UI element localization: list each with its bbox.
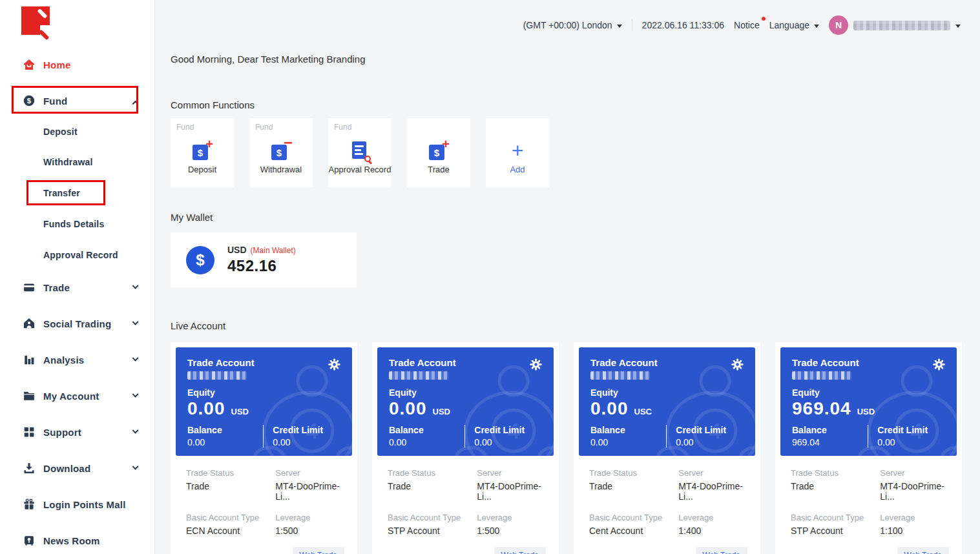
basic-account-type-label: Basic Account Type bbox=[791, 513, 880, 522]
credit-limit-value: 0.00 bbox=[474, 437, 542, 447]
chevron-up-icon bbox=[132, 100, 139, 107]
card-label: Deposit bbox=[188, 165, 216, 174]
timezone-selector[interactable]: (GMT +00:00) London bbox=[523, 20, 622, 30]
common-function-card[interactable]: Fund Approval Record bbox=[328, 118, 391, 187]
sidebar-item-home[interactable]: Home bbox=[0, 49, 154, 80]
more-actions-button[interactable] bbox=[186, 551, 202, 554]
my-account-icon bbox=[23, 390, 35, 402]
sidebar-item-fund[interactable]: $ Fund bbox=[0, 85, 154, 116]
basic-account-type-label: Basic Account Type bbox=[589, 513, 678, 522]
basic-account-type-value: Cent Account bbox=[589, 526, 678, 536]
sidebar-item-social-trading[interactable]: Social Trading bbox=[0, 308, 154, 339]
leverage-label: Leverage bbox=[880, 513, 950, 522]
equity-currency: USD bbox=[857, 407, 875, 416]
username-redacted bbox=[853, 21, 950, 30]
equity-label: Equity bbox=[187, 387, 340, 398]
card-label: Trade bbox=[428, 165, 449, 174]
sidebar-item-news-room[interactable]: News Room bbox=[0, 525, 154, 554]
trade-status-label: Trade Status bbox=[791, 468, 880, 478]
gear-icon[interactable] bbox=[933, 358, 945, 373]
web-trade-button[interactable]: Web Trade bbox=[696, 547, 747, 554]
web-trade-button[interactable]: Web Trade bbox=[494, 547, 546, 554]
common-function-card[interactable]: Fund $+ Deposit bbox=[171, 118, 234, 187]
credit-limit-value: 0.00 bbox=[273, 437, 340, 447]
basic-account-type-value: STP Account bbox=[388, 526, 477, 536]
sidebar-item-my-account[interactable]: My Account bbox=[0, 380, 154, 411]
basic-account-type-label: Basic Account Type bbox=[186, 513, 275, 522]
equity-value: 0.00 bbox=[187, 398, 225, 419]
wallet-amount: 452.16 bbox=[227, 257, 296, 275]
server-label: Server bbox=[678, 468, 749, 478]
card-category-label: Fund bbox=[334, 123, 351, 132]
basic-account-type-label: Basic Account Type bbox=[388, 513, 477, 522]
main-content: (GMT +00:00) London 2022.06.16 11:33:06 … bbox=[155, 0, 980, 554]
news-room-icon bbox=[23, 535, 35, 546]
chevron-down-icon bbox=[814, 25, 819, 28]
sidebar-item-deposit[interactable]: Deposit bbox=[0, 116, 154, 147]
equity-value: 0.00 bbox=[590, 398, 629, 419]
language-selector[interactable]: Language bbox=[769, 20, 819, 30]
more-actions-button[interactable] bbox=[791, 551, 806, 554]
gear-icon[interactable] bbox=[530, 358, 542, 373]
greeting-text: Good Morning, Dear Test Marketing Brandi… bbox=[171, 54, 366, 65]
more-actions-button[interactable] bbox=[589, 551, 605, 554]
chevron-down-icon bbox=[132, 391, 139, 397]
balance-label: Balance bbox=[792, 425, 868, 435]
more-actions-button[interactable] bbox=[388, 551, 403, 554]
wallet-dollar-icon: $ bbox=[186, 246, 214, 274]
leverage-label: Leverage bbox=[275, 513, 346, 522]
account-details-panel: Trade Status Trade Server MT4-DooPrime-L… bbox=[579, 456, 755, 554]
brand-logo[interactable] bbox=[21, 6, 50, 35]
equity-value: 969.04 bbox=[792, 398, 851, 419]
common-function-card[interactable]: $+ Trade bbox=[407, 118, 470, 187]
sidebar-item-download[interactable]: Download bbox=[0, 453, 154, 484]
leverage-label: Leverage bbox=[477, 513, 547, 522]
common-function-card[interactable]: + Add bbox=[486, 118, 549, 187]
sidebar: Home $ Fund Deposit Withdrawal Transfer … bbox=[0, 0, 155, 554]
account-card-title: Trade Account bbox=[187, 357, 255, 368]
live-account-card: 4 Trade Account bbox=[372, 342, 559, 554]
credit-limit-label: Credit Limit bbox=[273, 425, 340, 435]
gear-icon[interactable] bbox=[328, 358, 340, 373]
leverage-label: Leverage bbox=[678, 513, 749, 522]
live-account-cards: 4 Trade Account bbox=[171, 342, 962, 554]
server-label: Server bbox=[880, 468, 950, 478]
live-account-card: 4 Trade Account bbox=[171, 342, 357, 554]
notice-link[interactable]: Notice bbox=[734, 20, 760, 30]
chevron-down-icon bbox=[132, 427, 139, 433]
balance-value: 0.00 bbox=[187, 437, 263, 447]
equity-currency: USD bbox=[433, 407, 450, 416]
avatar: N bbox=[829, 15, 848, 35]
sidebar-item-login-points-mall[interactable]: Login Points Mall bbox=[0, 489, 154, 520]
account-number-redacted bbox=[187, 371, 247, 380]
sidebar-item-trade[interactable]: Trade bbox=[0, 272, 154, 303]
web-trade-button[interactable]: Web Trade bbox=[293, 547, 344, 554]
account-details-panel: Trade Status Trade Server MT4-DooPrime-L… bbox=[780, 456, 957, 554]
trade-status-label: Trade Status bbox=[388, 468, 477, 478]
fund-icon: $ bbox=[23, 95, 35, 107]
common-function-card[interactable]: Fund $− Withdrawal bbox=[249, 118, 313, 187]
sidebar-item-withdrawal[interactable]: Withdrawal bbox=[0, 147, 154, 178]
trade-icon: $+ bbox=[428, 140, 449, 161]
sidebar-item-transfer[interactable]: Transfer bbox=[0, 178, 154, 209]
web-trade-button[interactable]: Web Trade bbox=[897, 547, 949, 554]
topbar-divider bbox=[632, 19, 632, 31]
sidebar-item-support[interactable]: Support bbox=[0, 416, 154, 447]
trade-status-label: Trade Status bbox=[589, 468, 678, 478]
trade-status-label: Trade Status bbox=[186, 468, 275, 478]
home-icon bbox=[23, 59, 35, 70]
sidebar-item-analysis[interactable]: Analysis bbox=[0, 344, 154, 375]
user-menu[interactable]: N bbox=[829, 15, 961, 35]
sidebar-item-funds-details[interactable]: Funds Details bbox=[0, 209, 154, 240]
section-title-live-account: Live Account bbox=[171, 320, 225, 331]
deposit-icon: $+ bbox=[192, 140, 213, 161]
sidebar-item-approval-record[interactable]: Approval Record bbox=[0, 240, 154, 271]
language-label: Language bbox=[769, 20, 809, 30]
basic-account-type-value: ECN Account bbox=[186, 526, 275, 536]
gear-icon[interactable] bbox=[731, 358, 744, 373]
server-value: MT4-DooPrime-Li... bbox=[275, 481, 346, 502]
trade-icon bbox=[23, 282, 35, 293]
credit-limit-label: Credit Limit bbox=[877, 425, 945, 435]
account-card-title: Trade Account bbox=[389, 357, 456, 368]
basic-account-type-value: STP Account bbox=[791, 526, 880, 536]
